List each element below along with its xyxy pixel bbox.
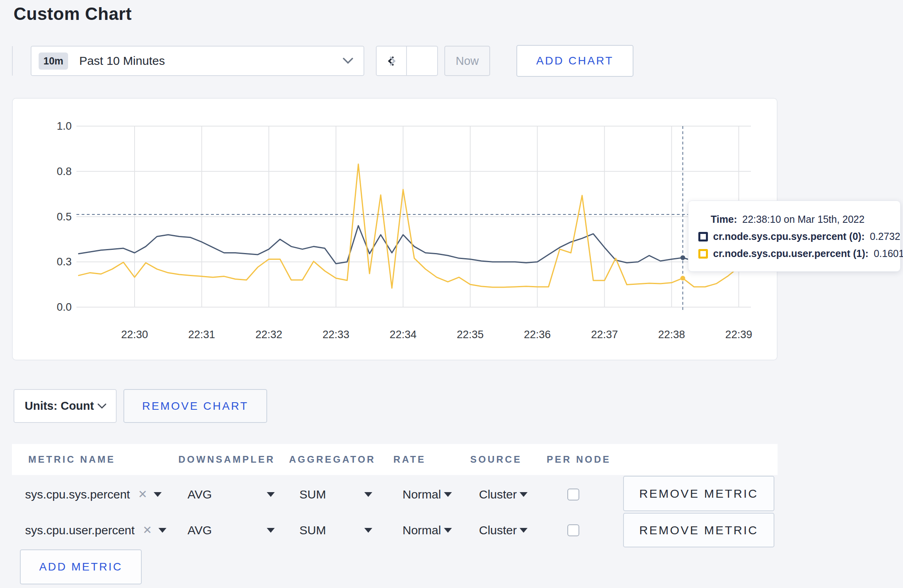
line-chart[interactable]: 0.00.30.50.81.022:3022:3122:3222:3322:34… bbox=[13, 99, 777, 360]
clear-metric-icon[interactable]: ✕ bbox=[143, 524, 152, 537]
caret-down-icon bbox=[444, 528, 452, 533]
tooltip-sys-label: cr.node.sys.cpu.sys.percent (0): bbox=[713, 231, 865, 242]
per-node-cell bbox=[567, 513, 579, 547]
svg-text:1.0: 1.0 bbox=[57, 120, 72, 132]
aggregator-value: SUM bbox=[299, 488, 326, 501]
caret-down-icon bbox=[154, 492, 162, 497]
svg-text:22:37: 22:37 bbox=[591, 329, 618, 341]
caret-down-icon bbox=[267, 528, 275, 533]
rate-value: Normal bbox=[403, 524, 441, 537]
caret-down-icon bbox=[364, 492, 372, 497]
metric-name-select[interactable]: sys.cpu.user.percent ✕ bbox=[25, 513, 166, 547]
caret-down-icon bbox=[444, 492, 452, 497]
svg-text:0.8: 0.8 bbox=[57, 165, 72, 177]
downsampler-select[interactable]: AVG bbox=[176, 476, 275, 513]
chart-tooltip: Time: 22:38:10 on Mar 15th, 2022 cr.node… bbox=[688, 201, 901, 272]
next-range-button[interactable] bbox=[377, 47, 407, 75]
col-header-aggregator: AGGREGATOR bbox=[289, 454, 375, 465]
now-button[interactable]: Now bbox=[444, 46, 490, 76]
svg-text:0.5: 0.5 bbox=[57, 211, 72, 223]
svg-text:22:33: 22:33 bbox=[322, 329, 350, 341]
series-user-swatch bbox=[698, 249, 708, 259]
add-chart-button[interactable]: ADD CHART bbox=[516, 45, 633, 77]
metric-row: sys.cpu.sys.percent ✕ AVG SUM Normal Clu… bbox=[12, 476, 778, 513]
series-sys-swatch bbox=[698, 232, 708, 241]
downsampler-value: AVG bbox=[188, 488, 212, 501]
caret-down-icon bbox=[364, 528, 372, 533]
rate-select[interactable]: Normal bbox=[391, 513, 452, 547]
svg-text:22:35: 22:35 bbox=[457, 329, 484, 341]
metric-name-value: sys.cpu.user.percent bbox=[25, 524, 135, 537]
col-header-rate: RATE bbox=[393, 454, 426, 465]
svg-text:0.0: 0.0 bbox=[57, 301, 72, 313]
per-node-checkbox[interactable] bbox=[567, 524, 579, 536]
source-value: Cluster bbox=[479, 524, 517, 537]
tooltip-sys-value: 0.2732 bbox=[870, 231, 900, 242]
clear-metric-icon[interactable]: ✕ bbox=[138, 488, 147, 501]
caret-down-icon bbox=[158, 528, 166, 533]
tooltip-time-value: 22:38:10 on Mar 15th, 2022 bbox=[742, 214, 864, 225]
aggregator-select[interactable]: SUM bbox=[287, 513, 372, 547]
col-header-downsampler: DOWNSAMPLER bbox=[178, 454, 275, 465]
remove-chart-button[interactable]: REMOVE CHART bbox=[123, 389, 267, 423]
units-dropdown[interactable]: Units: Count bbox=[14, 389, 117, 423]
time-range-badge: 10m bbox=[39, 53, 68, 70]
metric-name-select[interactable]: sys.cpu.sys.percent ✕ bbox=[25, 476, 162, 513]
remove-metric-button[interactable]: REMOVE METRIC bbox=[623, 513, 774, 547]
downsampler-select[interactable]: AVG bbox=[176, 513, 275, 547]
col-header-source: SOURCE bbox=[470, 454, 522, 465]
chevron-right-icon bbox=[386, 56, 395, 66]
svg-text:22:30: 22:30 bbox=[121, 329, 148, 341]
tooltip-user-value: 0.1601 bbox=[874, 248, 903, 259]
svg-text:22:38: 22:38 bbox=[658, 329, 685, 341]
per-node-checkbox[interactable] bbox=[567, 489, 579, 500]
chart-card: 0.00.30.50.81.022:3022:3122:3222:3322:34… bbox=[12, 98, 778, 360]
svg-text:22:36: 22:36 bbox=[524, 329, 551, 341]
svg-text:22:34: 22:34 bbox=[390, 329, 417, 341]
tooltip-time-label: Time: bbox=[711, 214, 737, 225]
metric-name-value: sys.cpu.sys.percent bbox=[25, 488, 130, 501]
caret-down-icon bbox=[520, 528, 528, 533]
downsampler-value: AVG bbox=[188, 524, 212, 537]
remove-metric-button[interactable]: REMOVE METRIC bbox=[623, 476, 774, 511]
time-range-dropdown[interactable]: 10m Past 10 Minutes bbox=[31, 46, 364, 76]
rate-value: Normal bbox=[403, 488, 441, 501]
metrics-table-header: METRIC NAME DOWNSAMPLER AGGREGATOR RATE … bbox=[12, 444, 778, 475]
toolbar-divider bbox=[12, 46, 13, 76]
per-node-cell bbox=[567, 476, 579, 513]
time-range-label: Past 10 Minutes bbox=[79, 54, 165, 68]
chevron-down-icon bbox=[343, 58, 353, 64]
col-header-per-node: PER NODE bbox=[547, 454, 611, 465]
add-metric-button[interactable]: ADD METRIC bbox=[20, 549, 142, 584]
aggregator-select[interactable]: SUM bbox=[287, 476, 372, 513]
source-select[interactable]: Cluster bbox=[467, 476, 528, 513]
time-shift-group bbox=[376, 46, 438, 76]
metric-row: sys.cpu.user.percent ✕ AVG SUM Normal Cl… bbox=[12, 513, 778, 547]
rate-select[interactable]: Normal bbox=[391, 476, 452, 513]
aggregator-value: SUM bbox=[299, 524, 326, 537]
source-value: Cluster bbox=[479, 488, 517, 501]
caret-down-icon bbox=[267, 492, 275, 497]
caret-down-icon bbox=[520, 492, 528, 497]
svg-text:0.3: 0.3 bbox=[57, 256, 72, 268]
col-header-metric-name: METRIC NAME bbox=[28, 454, 115, 465]
tooltip-user-label: cr.node.sys.cpu.user.percent (1): bbox=[713, 248, 868, 259]
units-label: Units: Count bbox=[25, 399, 94, 413]
source-select[interactable]: Cluster bbox=[467, 513, 528, 547]
svg-text:22:31: 22:31 bbox=[188, 329, 215, 341]
chevron-down-icon bbox=[98, 403, 106, 409]
svg-text:22:39: 22:39 bbox=[725, 329, 752, 341]
page-title: Custom Chart bbox=[14, 4, 132, 24]
svg-text:22:32: 22:32 bbox=[255, 329, 282, 341]
